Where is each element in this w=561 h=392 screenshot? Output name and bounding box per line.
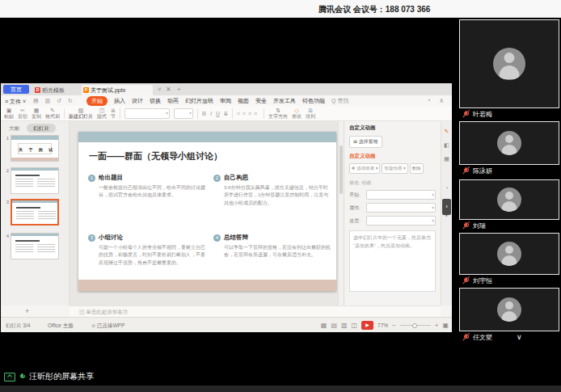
ribbon-tab-security[interactable]: 安全 [255, 97, 267, 105]
tab-home[interactable]: 首页 [3, 85, 29, 94]
add-slide-button[interactable]: + [25, 306, 29, 316]
object-pane-icon[interactable]: ▦ [441, 156, 452, 162]
chevron-down-icon[interactable]: ∨ [517, 333, 522, 341]
new-tab-icon[interactable]: + [177, 86, 181, 93]
slide-title: 一面——群面（无领导小组讨论） [89, 150, 222, 162]
tab-docer-template[interactable]: D 稻壳模板 [33, 85, 78, 95]
sorter-view-icon[interactable]: ▤ [331, 322, 337, 329]
cut-button[interactable]: ✂剪切 [18, 107, 27, 119]
ribbon-tab-review[interactable]: 审阅 [220, 97, 231, 105]
zoom-out-icon[interactable]: − [392, 322, 396, 329]
item-body: 一般会根据自己报读岗位不同，给出不同的讨论题目，面试官方会给出其他具体要求。 [99, 184, 205, 200]
participant-name-row: 叶若梅 [459, 108, 559, 120]
thumb-title-line [16, 207, 40, 209]
paste-button[interactable]: ▣粘贴 [4, 107, 14, 119]
selection-pane-button[interactable]: ⊞ 选择窗格 [349, 136, 382, 148]
slide-thumbnail-1[interactable]: 关 于 面 试 [11, 135, 59, 162]
slide-thumbnail-3-selected[interactable] [11, 199, 59, 226]
slide-item-2: 2 自己构思 3-6分钟自我头脑风暴，抓住关键信息，结合平时所学进行作答，1分钟… [213, 174, 331, 207]
tab-menu-icon[interactable]: ˅ [158, 86, 162, 93]
ribbon-tab-animation[interactable]: 动画 [167, 97, 179, 105]
canvas-scrollbar[interactable] [338, 121, 344, 306]
speed-dropdown[interactable] [366, 216, 436, 226]
quick-access-icons[interactable]: ▤ ▥ ↺ ↻ [33, 98, 75, 104]
zoom-slider[interactable] [400, 325, 431, 326]
new-slide-button[interactable]: ▧新建幻灯片 [69, 107, 93, 119]
participant-video-tile[interactable] [459, 121, 559, 165]
ribbon-tab-home[interactable]: 开始 [86, 96, 108, 106]
zoom-slider-knob[interactable] [412, 323, 417, 328]
normal-view-icon[interactable]: ▦ [321, 322, 327, 329]
text-direction-button[interactable]: ⇅文字方向 [268, 107, 288, 119]
animation-actions: ✚ 添加效果 ▾ 智能动画 ▾ 删除 [349, 163, 436, 174]
ribbon-tabs: 开始 插入 设计 切换 动画 幻灯片放映 审阅 视图 安全 开发工具 特色功能 … [86, 95, 348, 106]
section-button[interactable]: ≣节 [111, 107, 116, 119]
thumb-text-lines [38, 211, 56, 221]
notes-view-icon[interactable]: ◫ [352, 322, 358, 329]
tab-slides[interactable]: 幻灯片 [27, 124, 56, 133]
italic-button[interactable]: I [210, 111, 212, 116]
ribbon-tab-transition[interactable]: 切换 [150, 97, 161, 105]
ribbon-tab-design[interactable]: 设计 [132, 97, 143, 105]
reading-view-icon[interactable]: ▥ [341, 322, 348, 329]
property-dropdown[interactable] [366, 203, 436, 213]
item-body: 可以争取一下答辩的资格，若没有则让出最好的机会，若答辩有所遗漏，可在最后适当补充… [224, 244, 331, 259]
ribbon-tab-insert[interactable]: 插入 [114, 97, 125, 105]
ribbon-tab-slideshow[interactable]: 幻灯片放映 [185, 97, 213, 105]
design-pane-icon[interactable]: ◧ [441, 142, 452, 149]
zoom-in-icon[interactable]: + [435, 322, 439, 329]
start-dropdown[interactable] [366, 190, 436, 200]
mic-muted-icon [462, 110, 470, 118]
font-size-select[interactable] [174, 108, 193, 119]
slide-thumbnail-4[interactable] [11, 233, 59, 259]
copy-button[interactable]: ▦复制 [32, 107, 41, 119]
arrange-button[interactable]: ⧉排列 [306, 107, 315, 119]
format-painter-button[interactable]: ✎格式刷 [45, 107, 60, 119]
notes-bar[interactable]: ▤ 单击此处添加备注 [70, 306, 441, 317]
slide-thumbnail-2[interactable] [11, 167, 59, 194]
participant-video-tile[interactable] [459, 288, 559, 331]
participant-name: 刘宇恒 [473, 276, 492, 285]
add-effect-button[interactable]: ✚ 添加效果 ▾ [349, 163, 380, 174]
bold-button[interactable]: B [202, 111, 206, 116]
ribbon-tab-view[interactable]: 视图 [238, 97, 249, 105]
collapse-pane-button[interactable]: › [442, 199, 451, 215]
shapes-button[interactable]: ◇形状 [292, 107, 302, 119]
home-toolbar: ▣粘贴 ✂剪切 ▦复制 ✎格式刷 ▧新建幻灯片 ◫版式 ≣节 B I U S ≡… [1, 106, 452, 121]
delete-animation-button[interactable]: 删除 [410, 163, 424, 174]
participant-name-row: 任文燮 ∨ [459, 331, 559, 343]
ribbon-tab-devtools[interactable]: 开发工具 [273, 97, 296, 105]
avatar [497, 297, 521, 322]
participant-video-tile[interactable] [459, 233, 559, 275]
layout-button[interactable]: ◫版式 [97, 107, 107, 119]
tab-close-icon[interactable]: ✕ [166, 86, 171, 93]
participant-video-tile[interactable] [459, 179, 559, 220]
participant-video-tile[interactable] [459, 19, 559, 108]
tab-presentation-file[interactable]: P 关于面试.pptx [82, 85, 153, 95]
comment-pane-icon[interactable]: ◔ [441, 185, 452, 191]
mic-muted-icon [462, 333, 470, 341]
underline-button[interactable]: U [216, 111, 220, 116]
font-family-select[interactable] [124, 108, 170, 119]
slideshow-play-button[interactable]: ▶ [361, 321, 373, 330]
strikethrough-button[interactable]: S [224, 111, 228, 116]
tab-outline[interactable]: 大纲 [9, 125, 19, 133]
wps-window: 首页 D 稻壳模板 P 关于面试.pptx ˅ ✕ + ≡ 文件 ˅ ▤ ▥ ↺… [1, 83, 452, 332]
wps-menu-bar: ≡ 文件 ˅ ▤ ▥ ↺ ↻ 开始 插入 设计 切换 动画 幻灯片放映 审阅 视… [1, 95, 452, 106]
text-direction-icon: ⇅ [276, 107, 280, 114]
animation-pane-icon[interactable]: ✎ [441, 129, 452, 135]
ribbon-tab-features[interactable]: 特色功能 [302, 97, 325, 105]
search-command[interactable]: Q 查找 [331, 97, 348, 105]
current-slide[interactable]: 一面——群面（无领导小组讨论） 1 给出题目 一般会根据自己报读岗位不同，给出不… [78, 132, 336, 291]
copy-icon: ▦ [34, 107, 40, 114]
connection-status: ⊙ 已连接WPP [91, 322, 124, 330]
shapes-icon: ◇ [294, 107, 298, 114]
item-heading: 自己构思 [224, 174, 248, 182]
ribbon-right-icons[interactable]: ◔ ∧ [427, 97, 447, 104]
fullscreen-icon[interactable]: ▣ [442, 322, 449, 329]
align-buttons[interactable]: ≡≡≡≡ [237, 111, 259, 116]
modify-label: 修改: 动画 [349, 179, 436, 187]
file-menu[interactable]: ≡ 文件 ˅ [5, 98, 26, 106]
meeting-screen: 腾讯会议 会议号：188 073 366 首页 D 稻壳模板 P 关于面试.pp… [0, 0, 561, 392]
smart-animation-button[interactable]: 智能动画 ▾ [382, 163, 407, 174]
